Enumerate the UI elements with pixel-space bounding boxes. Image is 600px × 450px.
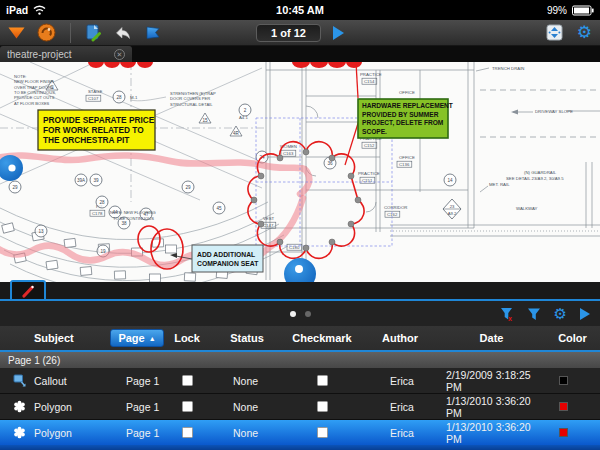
column-header-checkmark[interactable]: Checkmark: [282, 332, 362, 344]
svg-text:STRENGTHEN (E)TRAP: STRENGTHEN (E)TRAP: [170, 91, 216, 96]
share-button[interactable]: [114, 25, 132, 41]
checkmark-checkbox[interactable]: [317, 401, 328, 412]
clear-filter-icon[interactable]: x: [500, 307, 514, 321]
callout-icon: [13, 374, 26, 387]
document-canvas[interactable]: STAGEC107M-1A4.1TRENCH DRAINDRIVEWAY SLO…: [0, 62, 600, 282]
markup-row-polygon[interactable]: Polygon Page 1 None Erica 1/13/2010 3:36…: [0, 394, 600, 420]
yellow-callout-annotation[interactable]: PROVIDE SEPARATE PRICE FOR WORK RELATED …: [38, 110, 155, 150]
panel-tab-strip: [0, 282, 600, 301]
svg-text:(N) GUARDRAIL: (N) GUARDRAIL: [524, 170, 557, 175]
lock-checkbox[interactable]: [182, 401, 193, 412]
page-dot-active[interactable]: [290, 311, 296, 317]
svg-text:OVER TRAP DOORS: OVER TRAP DOORS: [14, 85, 54, 90]
svg-text:SCOPE.: SCOPE.: [362, 128, 387, 135]
bottom-tracker-pin[interactable]: [284, 258, 316, 282]
color-swatch[interactable]: [559, 428, 568, 437]
markup-row-polygon-selected[interactable]: Polygon Page 1 None Erica 1/13/2010 3:36…: [0, 420, 600, 445]
svg-text:FOR WORK RELATED TO: FOR WORK RELATED TO: [43, 125, 144, 135]
subject-label: Polygon: [34, 401, 72, 413]
svg-text:MET. RAIL: MET. RAIL: [489, 182, 510, 187]
svg-text:PRACTICE: PRACTICE: [360, 72, 382, 77]
clock: 10:45 AM: [96, 4, 504, 16]
flag-button[interactable]: [144, 25, 162, 41]
battery-percent: 99%: [547, 5, 567, 16]
next-page-button[interactable]: [333, 26, 344, 40]
note-strengthen: STRENGTHEN (E)TRAP DOOR COVERS PER STRUC…: [170, 91, 216, 107]
polygon-cloud-icon: [13, 426, 26, 439]
column-header-status[interactable]: Status: [212, 332, 282, 344]
svg-text:15: 15: [202, 118, 208, 123]
svg-text:TO BE CONTINUOUS,: TO BE CONTINUOUS,: [14, 90, 56, 95]
checkmark-checkbox[interactable]: [317, 427, 328, 438]
svg-text:2: 2: [244, 108, 247, 113]
page-dot[interactable]: [305, 311, 311, 317]
svg-text:STRUCTURAL DETAIL: STRUCTURAL DETAIL: [170, 102, 213, 107]
svg-text:M-1: M-1: [130, 95, 138, 100]
color-swatch[interactable]: [559, 402, 568, 411]
svg-text:C154: C154: [364, 79, 375, 84]
svg-text:PRACTICE: PRACTICE: [358, 171, 380, 176]
wifi-icon: [33, 5, 46, 15]
page-sort-pill[interactable]: Page ▲: [110, 329, 163, 347]
edit-document-button[interactable]: [85, 24, 102, 42]
svg-text:C163: C163: [283, 151, 294, 156]
split-view-button[interactable]: [546, 24, 563, 41]
svg-text:19: 19: [100, 249, 106, 254]
green-callout-annotation[interactable]: HARDWARE REPLACEMENT PROVIDED BY SUMMER …: [358, 99, 453, 138]
svg-text:PROJECT, DELETE FROM: PROJECT, DELETE FROM: [362, 119, 444, 127]
top-revision-cloud[interactable]: [88, 62, 362, 68]
driveway-arrowhead: [511, 110, 518, 115]
close-tab-icon[interactable]: ✕: [114, 49, 125, 60]
markup-settings-gear-icon[interactable]: ⚙: [554, 306, 567, 321]
panel-play-icon[interactable]: [580, 308, 590, 320]
ipad-screen: iPad 10:45 AM 99%: [0, 0, 600, 450]
app-logo-icon[interactable]: [37, 23, 56, 42]
svg-text:28: 28: [116, 95, 122, 100]
checkmark-checkbox[interactable]: [317, 375, 328, 386]
svg-text:28: 28: [99, 200, 105, 205]
device-label: iPad: [6, 4, 28, 16]
svg-text:A9.2: A9.2: [448, 211, 457, 216]
svg-text:45: 45: [216, 206, 222, 211]
column-header-color[interactable]: Color: [545, 332, 600, 344]
svg-text:NOTE:: NOTE:: [14, 74, 27, 79]
document-tab-bar: theatre-project ✕: [0, 46, 600, 62]
panel-controls: x ⚙: [0, 301, 600, 326]
svg-text:PROVIDED BY SUMMER: PROVIDED BY SUMMER: [362, 111, 439, 118]
group-header-row[interactable]: Page 1 (26): [0, 352, 600, 368]
svg-text:C151: C151: [362, 178, 373, 183]
collapse-toolbar-button[interactable]: [8, 27, 25, 39]
lock-checkbox[interactable]: [182, 427, 193, 438]
lock-checkbox[interactable]: [182, 375, 193, 386]
markup-list-tab[interactable]: [10, 280, 46, 299]
page-indicator[interactable]: 1 of 12: [256, 24, 321, 42]
svg-text:AT FLOOR BOXES: AT FLOOR BOXES: [14, 101, 50, 106]
column-header-page[interactable]: Page ▲: [112, 329, 162, 347]
svg-text:39A: 39A: [77, 178, 86, 183]
svg-text:NOTE: NEW FLOORING: NOTE: NEW FLOORING: [110, 210, 156, 215]
column-header-subject[interactable]: Subject: [0, 332, 112, 344]
column-header-date[interactable]: Date: [438, 332, 545, 344]
svg-text:PROVIDE CUT OUTS: PROVIDE CUT OUTS: [14, 95, 55, 100]
svg-text:DRIVEWAY SLOPE: DRIVEWAY SLOPE: [535, 109, 573, 114]
markup-panel: x ⚙ Subject Page ▲ Lock Status Checkmark…: [0, 282, 600, 450]
column-header-author[interactable]: Author: [362, 332, 438, 344]
subject-label: Callout: [34, 375, 67, 387]
color-swatch[interactable]: [559, 376, 568, 385]
svg-text:C107: C107: [88, 96, 99, 101]
markup-row-callout[interactable]: Callout Page 1 None Erica 2/19/2009 3:18…: [0, 368, 600, 394]
status-bar: iPad 10:45 AM 99%: [0, 0, 600, 20]
document-tab[interactable]: theatre-project ✕: [0, 46, 132, 62]
settings-gear-icon[interactable]: ⚙: [577, 24, 592, 41]
toolbar-divider: [70, 23, 71, 43]
left-tracker-pin[interactable]: [0, 155, 23, 181]
svg-text:C162: C162: [387, 212, 398, 217]
blueprint-drawing: STAGEC107M-1A4.1TRENCH DRAINDRIVEWAY SLO…: [0, 62, 600, 282]
svg-text:ADD ADDITIONAL: ADD ADDITIONAL: [197, 251, 255, 258]
svg-text:4R: 4R: [233, 131, 240, 136]
svg-text:C136: C136: [399, 162, 410, 167]
svg-text:C152: C152: [364, 143, 375, 148]
column-header-lock[interactable]: Lock: [162, 332, 212, 344]
svg-text:38: 38: [121, 221, 127, 226]
filter-icon[interactable]: [527, 307, 541, 321]
